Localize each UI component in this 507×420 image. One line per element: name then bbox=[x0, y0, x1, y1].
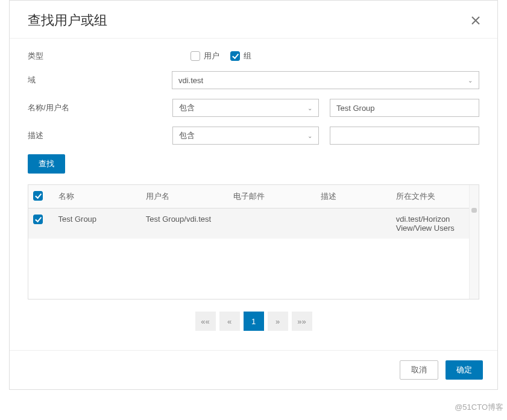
group-checkbox-label: 组 bbox=[244, 51, 251, 61]
results-table: 名称 用户名 电子邮件 描述 所在文件夹 Test Group Test Gro… bbox=[28, 185, 479, 299]
desc-operator-select[interactable]: 包含 ⌄ bbox=[172, 127, 319, 145]
cancel-button[interactable]: 取消 bbox=[400, 360, 438, 380]
pagination: «« « 1 » »» bbox=[28, 299, 479, 344]
header-folder[interactable]: 所在文件夹 bbox=[391, 185, 479, 208]
group-checkbox[interactable]: 组 bbox=[230, 51, 251, 61]
select-all-checkbox[interactable] bbox=[33, 191, 43, 201]
row-checkbox[interactable] bbox=[33, 215, 43, 224]
header-username[interactable]: 用户名 bbox=[141, 185, 228, 208]
cell-email bbox=[228, 208, 316, 239]
page-first[interactable]: «« bbox=[195, 312, 216, 331]
checkbox-icon bbox=[191, 51, 200, 61]
dialog-body: 类型 用户 组 域 vdi.test ⌄ 名 bbox=[10, 39, 497, 350]
header-desc[interactable]: 描述 bbox=[316, 185, 391, 208]
dialog-header: 查找用户或组 bbox=[10, 1, 497, 39]
page-prev[interactable]: « bbox=[219, 312, 240, 331]
cell-folder: vdi.test/Horizon View/View Users bbox=[391, 208, 479, 239]
search-button[interactable]: 查找 bbox=[28, 154, 65, 174]
scrollbar-thumb[interactable] bbox=[471, 208, 477, 213]
chevron-down-icon: ⌄ bbox=[307, 133, 312, 139]
domain-select-value: vdi.test bbox=[178, 76, 203, 85]
checkbox-icon bbox=[230, 51, 240, 61]
page-last[interactable]: »» bbox=[292, 312, 312, 331]
header-email[interactable]: 电子邮件 bbox=[228, 185, 316, 208]
chevron-down-icon: ⌄ bbox=[307, 105, 312, 111]
row-type: 类型 用户 组 bbox=[28, 51, 479, 61]
name-operator-select[interactable]: 包含 ⌄ bbox=[172, 99, 319, 117]
name-operator-value: 包含 bbox=[179, 102, 195, 113]
search-button-row: 查找 bbox=[28, 154, 479, 174]
page-1[interactable]: 1 bbox=[244, 312, 264, 331]
user-checkbox[interactable]: 用户 bbox=[191, 51, 219, 61]
name-input[interactable] bbox=[330, 99, 479, 117]
results-table-wrap: 名称 用户名 电子邮件 描述 所在文件夹 Test Group Test Gro… bbox=[28, 184, 479, 299]
name-label: 名称/用户名 bbox=[28, 102, 172, 113]
chevron-down-icon: ⌄ bbox=[468, 77, 473, 84]
row-desc: 描述 包含 ⌄ bbox=[28, 127, 479, 145]
desc-input[interactable] bbox=[330, 127, 479, 145]
domain-label: 域 bbox=[28, 75, 172, 86]
header-name[interactable]: 名称 bbox=[54, 185, 141, 208]
watermark-text: @51CTO博客 bbox=[455, 402, 503, 413]
cell-desc bbox=[316, 208, 391, 239]
cell-name: Test Group bbox=[54, 208, 141, 239]
header-checkbox-cell bbox=[28, 185, 54, 208]
domain-select[interactable]: vdi.test ⌄ bbox=[172, 71, 479, 89]
type-label: 类型 bbox=[28, 51, 191, 61]
desc-operator-value: 包含 bbox=[179, 130, 195, 141]
cell-username: Test Group/vdi.test bbox=[141, 208, 228, 239]
row-name: 名称/用户名 包含 ⌄ bbox=[28, 99, 479, 117]
close-icon[interactable] bbox=[468, 13, 483, 28]
table-row[interactable]: Test Group Test Group/vdi.test vdi.test/… bbox=[28, 208, 479, 239]
dialog-footer: 取消 确定 bbox=[10, 350, 497, 389]
dialog-title: 查找用户或组 bbox=[28, 11, 107, 30]
row-checkbox-cell bbox=[28, 208, 54, 239]
user-checkbox-label: 用户 bbox=[204, 51, 219, 61]
scrollbar-track[interactable] bbox=[469, 185, 479, 299]
find-user-group-dialog: 查找用户或组 类型 用户 组 域 vdi.test bbox=[9, 0, 498, 390]
page-next[interactable]: » bbox=[268, 312, 288, 331]
table-empty-space bbox=[28, 239, 479, 299]
desc-label: 描述 bbox=[28, 130, 172, 141]
ok-button[interactable]: 确定 bbox=[446, 360, 483, 380]
row-domain: 域 vdi.test ⌄ bbox=[28, 71, 479, 89]
